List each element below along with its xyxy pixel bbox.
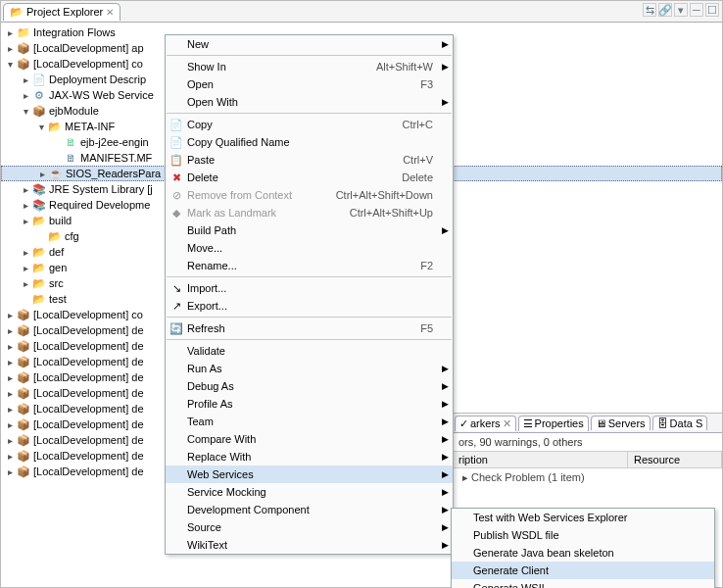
context-menu[interactable]: New▶Show InAlt+Shift+W▶OpenF3Open With▶📄…: [165, 34, 454, 555]
twisty-icon[interactable]: ▸: [5, 341, 16, 352]
twisty-icon[interactable]: ▸: [5, 372, 16, 383]
menu-item[interactable]: Debug As▶: [166, 377, 453, 395]
node-icon: 📂: [31, 244, 47, 260]
menu-item[interactable]: Development Component▶: [166, 501, 453, 518]
node-icon: 📄: [31, 72, 47, 87]
menu-item[interactable]: Profile As▶: [166, 395, 453, 413]
bottom-tab[interactable]: 🖥Servers: [591, 416, 651, 430]
menu-item[interactable]: New▶: [166, 35, 453, 53]
twisty-icon[interactable]: ▸: [21, 278, 31, 289]
twisty-icon[interactable]: ▸: [21, 216, 31, 226]
tab-icon: 🗄: [657, 417, 668, 429]
node-icon: 📦: [16, 307, 31, 322]
node-label: def: [47, 246, 64, 258]
twisty-icon[interactable]: ▸: [21, 247, 31, 258]
menu-item[interactable]: Move...: [166, 239, 453, 257]
menu-item[interactable]: OpenF3: [166, 75, 453, 93]
submenu-arrow-icon: ▶: [442, 39, 449, 49]
twisty-icon[interactable]: ▸: [5, 435, 16, 446]
node-icon: 📦: [16, 448, 31, 464]
maximize-button[interactable]: ☐: [705, 3, 719, 17]
twisty-icon[interactable]: ▸: [21, 200, 31, 211]
menu-item[interactable]: Compare With▶: [166, 430, 453, 448]
twisty-icon[interactable]: ▸: [5, 466, 16, 477]
menu-item[interactable]: Source▶: [166, 518, 453, 536]
twisty-icon[interactable]: ▾: [36, 122, 47, 132]
view-menu-button[interactable]: ▾: [674, 3, 688, 17]
bottom-tab[interactable]: 🗄Data S: [652, 416, 708, 430]
twisty-icon[interactable]: ▾: [21, 106, 31, 117]
col-resource[interactable]: Resource: [628, 452, 722, 467]
view-tabbar: 📂 Project Explorer ✕ ⇆ 🔗 ▾ ─ ☐: [1, 1, 722, 23]
menu-item-label: Move...: [187, 242, 433, 254]
menu-item[interactable]: 📋PasteCtrl+V: [166, 151, 453, 169]
twisty-icon[interactable]: ▸: [37, 169, 48, 179]
menu-item[interactable]: 📄Copy Qualified Name: [166, 133, 453, 151]
twisty-icon[interactable]: ▸: [5, 404, 16, 415]
node-label: [LocalDevelopment] de: [31, 340, 144, 352]
node-label: MANIFEST.MF: [78, 152, 152, 164]
submenu-item[interactable]: Publish WSDL file: [452, 526, 714, 544]
menu-item-label: Source: [187, 521, 433, 533]
col-description[interactable]: ription: [453, 452, 628, 467]
node-label: build: [47, 215, 72, 226]
twisty-icon[interactable]: ▸: [21, 263, 31, 273]
submenu-item[interactable]: Generate Client: [452, 562, 714, 579]
node-icon: 📂: [47, 119, 63, 134]
menu-item-label: Delete: [187, 172, 402, 183]
menu-item[interactable]: 📄CopyCtrl+C: [166, 116, 453, 133]
menu-item-label: Refresh: [187, 322, 420, 334]
node-label: Deployment Descrip: [47, 74, 146, 85]
twisty-icon[interactable]: ▸: [5, 388, 16, 399]
node-label: cfg: [63, 230, 79, 242]
tab-label: Project Explorer: [26, 6, 103, 18]
twisty-icon[interactable]: ▸: [5, 451, 16, 462]
collapse-all-button[interactable]: ⇆: [643, 3, 656, 17]
submenu-arrow-icon: ▶: [442, 381, 449, 391]
submenu-item[interactable]: Test with Web Services Explorer: [452, 509, 714, 526]
tab-project-explorer[interactable]: 📂 Project Explorer ✕: [3, 3, 120, 21]
problem-group-row[interactable]: ▸ Check Problem (1 item): [453, 468, 722, 487]
node-icon: 📦: [16, 322, 31, 338]
twisty-icon[interactable]: ▸: [21, 184, 31, 195]
menu-item[interactable]: Open With▶: [166, 93, 453, 111]
twisty-icon[interactable]: ▾: [5, 59, 16, 70]
menu-item[interactable]: ↘Import...: [166, 279, 453, 297]
twisty-icon[interactable]: ▸: [21, 74, 31, 85]
menu-item[interactable]: ✖DeleteDelete: [166, 169, 453, 186]
twisty-icon[interactable]: ▸: [5, 43, 16, 54]
menu-item[interactable]: Validate: [166, 342, 453, 360]
minimize-button[interactable]: ─: [690, 3, 703, 17]
node-icon: 🗎: [63, 134, 78, 150]
link-editor-button[interactable]: 🔗: [658, 3, 672, 17]
menu-item[interactable]: Run As▶: [166, 360, 453, 377]
menu-item[interactable]: ↗Export...: [166, 297, 453, 315]
menu-item[interactable]: Web Services▶: [166, 466, 453, 483]
twisty-icon[interactable]: ▸: [21, 90, 31, 101]
twisty-icon[interactable]: ▸: [5, 357, 16, 368]
node-label: [LocalDevelopment] de: [31, 434, 144, 446]
bottom-tab[interactable]: ✓arkers✕: [455, 416, 516, 431]
web-services-submenu[interactable]: Test with Web Services ExplorerPublish W…: [451, 508, 715, 588]
menu-separator: [167, 339, 452, 340]
submenu-item[interactable]: Generate WSIL: [452, 579, 714, 588]
menu-item[interactable]: Replace With▶: [166, 448, 453, 466]
menu-item[interactable]: Show InAlt+Shift+W▶: [166, 58, 453, 75]
menu-item[interactable]: Team▶: [166, 413, 453, 430]
menu-item[interactable]: Rename...F2: [166, 257, 453, 274]
twisty-icon[interactable]: ▸: [5, 419, 16, 430]
markers-columns: ription Resource: [453, 451, 722, 468]
menu-item[interactable]: Service Mocking▶: [166, 483, 453, 501]
bottom-tab[interactable]: ☰Properties: [518, 416, 589, 431]
twisty-icon[interactable]: ▸: [5, 310, 16, 320]
submenu-item[interactable]: Generate Java bean skeleton: [452, 544, 714, 562]
close-icon[interactable]: ✕: [106, 7, 114, 18]
menu-item[interactable]: WikiText▶: [166, 536, 453, 554]
twisty-icon[interactable]: ▸: [5, 325, 16, 336]
menu-item[interactable]: Build Path▶: [166, 221, 453, 239]
twisty-icon[interactable]: ▸: [5, 27, 16, 38]
node-icon: 📦: [16, 369, 31, 385]
menu-item[interactable]: 🔄RefreshF5: [166, 319, 453, 337]
menu-item-shortcut: Alt+Shift+W: [376, 61, 433, 73]
close-icon[interactable]: ✕: [503, 417, 511, 430]
